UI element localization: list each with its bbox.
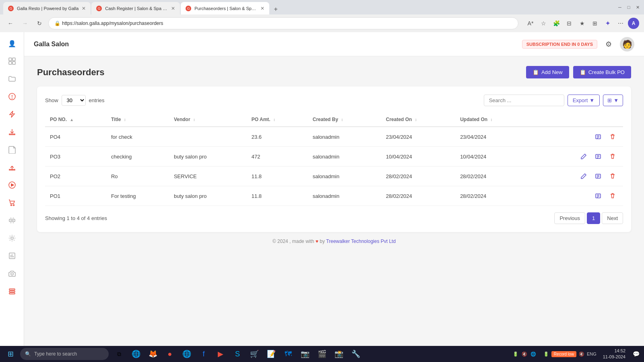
- collections-icon[interactable]: ⊞: [589, 18, 601, 29]
- sidebar-icon-scan[interactable]: [4, 212, 20, 228]
- taskbar-search[interactable]: 🔍 Type here to search: [20, 348, 109, 360]
- sidebar-icon-download[interactable]: [4, 124, 20, 140]
- edge-button[interactable]: 🌐: [128, 347, 144, 361]
- svg-point-6: [12, 98, 12, 99]
- add-new-button[interactable]: 📋 Add New: [526, 66, 569, 78]
- extensions-icon[interactable]: 🧩: [551, 18, 562, 29]
- sidebar-icon-file[interactable]: [4, 142, 20, 158]
- entries-select[interactable]: 30 50 100: [62, 95, 86, 106]
- sidebar-icon-grid[interactable]: [4, 53, 20, 69]
- sidebar-icon-play[interactable]: [4, 177, 20, 193]
- create-bulk-po-button[interactable]: 📋 Create Bulk PO: [573, 66, 631, 78]
- url-bar[interactable]: 🔒 https://salon.galla.app/mysalon/purcha…: [48, 17, 518, 29]
- photos-button[interactable]: 📷: [297, 347, 313, 361]
- col-actions: [532, 113, 623, 127]
- firefox-button[interactable]: 🦊: [145, 347, 161, 361]
- page-actions: 📋 Add New 📋 Create Bulk PO: [526, 66, 631, 78]
- translate-icon[interactable]: A*: [525, 18, 536, 29]
- profile-button[interactable]: A: [628, 18, 639, 29]
- col-created-by[interactable]: Created By ↕: [308, 113, 381, 127]
- cell-vendor-1: buty salon pro: [169, 147, 247, 167]
- next-button[interactable]: Next: [602, 212, 623, 224]
- col-created-on[interactable]: Created On ↕: [381, 113, 455, 127]
- youtube-button[interactable]: ▶: [213, 347, 229, 361]
- cell-po_no-2: PO2: [45, 167, 106, 186]
- star-icon[interactable]: ☆: [538, 18, 549, 29]
- page-1-button[interactable]: 1: [587, 212, 600, 224]
- search-input[interactable]: [484, 95, 564, 106]
- maximize-button[interactable]: □: [625, 4, 632, 10]
- sidebar-icon-cart[interactable]: [4, 195, 20, 211]
- table-row: PO2RoSERVICE11.8salonadmin28/02/202428/0…: [45, 167, 623, 186]
- delete-button[interactable]: [607, 151, 618, 162]
- sidebar-icon-folder[interactable]: [4, 71, 20, 87]
- col-title[interactable]: Title ↕: [106, 113, 169, 127]
- cell-created_on-2: 28/02/2024: [381, 167, 455, 186]
- sidebar-icon-camera[interactable]: [4, 265, 20, 282]
- grid-dropdown-icon: ▼: [613, 97, 619, 103]
- export-button[interactable]: Export ▼: [568, 95, 600, 106]
- notification-button[interactable]: 💬: [630, 347, 642, 361]
- task-view-button[interactable]: ⧉: [111, 347, 127, 361]
- forward-button[interactable]: →: [19, 18, 31, 29]
- sidebar-icon-zap[interactable]: [4, 106, 20, 122]
- facebook-button[interactable]: f: [196, 347, 212, 361]
- taskbar-time[interactable]: 14:52 11-09-2024: [601, 348, 628, 360]
- close-button[interactable]: ✕: [634, 4, 641, 10]
- tab-1[interactable]: G Galla Resto | Powered by Galla ✕: [3, 2, 91, 15]
- footer-text: © 2024 , made with: [272, 239, 314, 244]
- col-vendor[interactable]: Vendor ↕: [169, 113, 247, 127]
- chrome-button[interactable]: 🌐: [179, 347, 195, 361]
- skype-button[interactable]: S: [229, 347, 246, 361]
- table-header: PO NO. ▲ Title ↕ Vendor ↕: [45, 113, 623, 127]
- new-tab-button[interactable]: +: [270, 4, 281, 15]
- col-po-no[interactable]: PO NO. ▲: [45, 113, 106, 127]
- col-updated-on[interactable]: Updated On ↕: [455, 113, 532, 127]
- tab-2[interactable]: G Cash Register | Salon & Spa Man... ✕: [91, 2, 180, 15]
- sort-icon-created-on: ↕: [415, 117, 417, 122]
- back-button[interactable]: ←: [5, 18, 16, 29]
- copilot-icon[interactable]: ✦: [602, 18, 613, 29]
- view-button[interactable]: [592, 151, 604, 162]
- more-icon[interactable]: ⋯: [615, 18, 626, 29]
- delete-button[interactable]: [607, 131, 618, 142]
- view-button[interactable]: [592, 190, 604, 202]
- cell-created_on-3: 28/02/2024: [381, 186, 455, 206]
- camera2-button[interactable]: 📸: [331, 347, 347, 361]
- delete-button[interactable]: [607, 190, 618, 202]
- view-button[interactable]: [592, 131, 604, 142]
- tab-3[interactable]: G Purchaseorders | Salon & Spa Ma... ✕: [181, 2, 269, 15]
- edit-button[interactable]: [578, 151, 589, 162]
- table-row: PO1For testingbuty salon pro11.8salonadm…: [45, 186, 623, 206]
- sidebar-icon-alert[interactable]: [4, 88, 20, 105]
- tools-button[interactable]: 🔧: [348, 347, 364, 361]
- sidebar-icon-user[interactable]: 👤: [4, 35, 20, 51]
- split-view-icon[interactable]: ⊟: [564, 18, 575, 29]
- media-button[interactable]: 🎬: [314, 347, 330, 361]
- svg-marker-7: [10, 111, 14, 117]
- grid-view-button[interactable]: ⊞ ▼: [603, 95, 623, 106]
- view-button[interactable]: [592, 171, 604, 182]
- tab1-close[interactable]: ✕: [82, 6, 86, 11]
- sort-icon-updated-on: ↕: [490, 117, 492, 122]
- tab2-close[interactable]: ✕: [171, 6, 175, 11]
- minimize-button[interactable]: ─: [617, 4, 623, 10]
- sidebar-icon-report[interactable]: [4, 248, 20, 264]
- favorites-icon[interactable]: ★: [576, 18, 588, 29]
- previous-button[interactable]: Previous: [554, 212, 585, 224]
- store-button[interactable]: 🛒: [246, 347, 262, 361]
- app1-button[interactable]: ●: [162, 347, 178, 361]
- tab3-close[interactable]: ✕: [260, 6, 264, 11]
- settings-button[interactable]: ⚙: [602, 38, 615, 51]
- maps-button[interactable]: 🗺: [280, 347, 296, 361]
- sidebar-icon-upload[interactable]: [4, 159, 20, 175]
- edit-button[interactable]: [578, 171, 589, 182]
- start-button[interactable]: ⊞: [2, 347, 19, 361]
- sidebar-icon-settings[interactable]: [4, 230, 20, 246]
- col-po-amt[interactable]: PO Amt. ↕: [247, 113, 308, 127]
- avatar: 🧑: [620, 37, 634, 51]
- stickynotes-button[interactable]: 📝: [263, 347, 279, 361]
- sidebar-icon-stack[interactable]: [4, 283, 20, 299]
- refresh-button[interactable]: ↻: [34, 18, 45, 29]
- delete-button[interactable]: [607, 171, 618, 182]
